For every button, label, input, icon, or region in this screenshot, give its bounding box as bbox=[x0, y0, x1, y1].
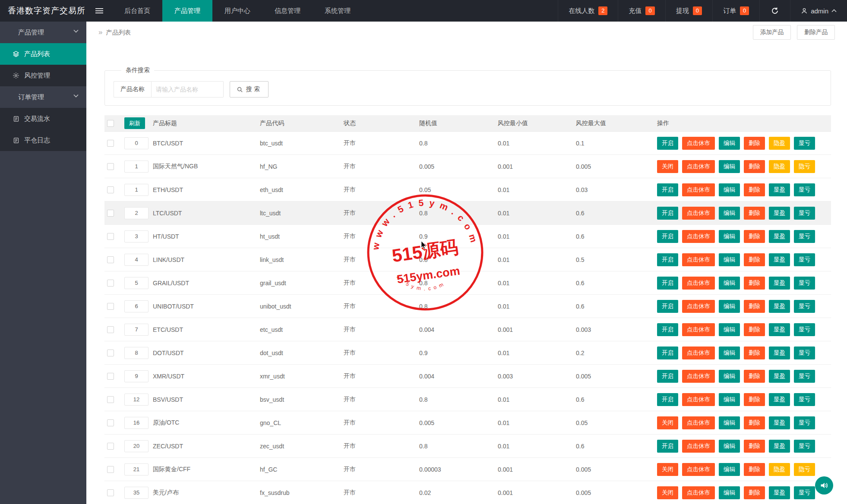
loss-toggle-button[interactable]: 显亏 bbox=[794, 440, 815, 453]
row-sort-input[interactable]: 4 bbox=[124, 254, 149, 266]
search-button[interactable]: 搜索 bbox=[230, 81, 269, 98]
profit-toggle-button[interactable]: 隐盈 bbox=[769, 160, 790, 173]
delete-button[interactable]: 删除 bbox=[744, 440, 765, 453]
loss-toggle-button[interactable]: 显亏 bbox=[794, 277, 815, 290]
row-checkbox[interactable] bbox=[107, 489, 114, 496]
row-sort-input[interactable]: 5 bbox=[124, 277, 149, 289]
edit-button[interactable]: 编辑 bbox=[719, 300, 740, 313]
profit-toggle-button[interactable]: 显盈 bbox=[769, 370, 790, 383]
close-market-button[interactable]: 点击休市 bbox=[682, 160, 715, 173]
delete-button[interactable]: 删除 bbox=[744, 346, 765, 359]
row-sort-input[interactable]: 0 bbox=[124, 137, 149, 149]
sidebar-item-close-position-log[interactable]: 平仓日志 bbox=[0, 129, 86, 151]
edit-button[interactable]: 编辑 bbox=[719, 416, 740, 429]
row-checkbox[interactable] bbox=[107, 280, 114, 287]
delete-button[interactable]: 删除 bbox=[744, 323, 765, 336]
close-market-button[interactable]: 点击休市 bbox=[682, 440, 715, 453]
edit-button[interactable]: 编辑 bbox=[719, 183, 740, 196]
profit-toggle-button[interactable]: 显盈 bbox=[769, 207, 790, 220]
delete-button[interactable]: 删除 bbox=[744, 463, 765, 476]
edit-button[interactable]: 编辑 bbox=[719, 346, 740, 359]
row-sort-input[interactable]: 8 bbox=[124, 347, 149, 359]
customer-service-fab[interactable] bbox=[815, 476, 833, 495]
loss-toggle-button[interactable]: 显亏 bbox=[794, 323, 815, 336]
edit-button[interactable]: 编辑 bbox=[719, 440, 740, 453]
row-sort-input[interactable]: 1 bbox=[124, 184, 149, 196]
row-checkbox[interactable] bbox=[107, 443, 114, 450]
edit-button[interactable]: 编辑 bbox=[719, 160, 740, 173]
toggle-market-button[interactable]: 关闭 bbox=[657, 463, 678, 476]
loss-toggle-button[interactable]: 显亏 bbox=[794, 393, 815, 406]
close-market-button[interactable]: 点击休市 bbox=[682, 300, 715, 313]
close-market-button[interactable]: 点击休市 bbox=[682, 207, 715, 220]
loss-toggle-button[interactable]: 显亏 bbox=[794, 137, 815, 150]
toggle-market-button[interactable]: 开启 bbox=[657, 277, 678, 290]
row-checkbox[interactable] bbox=[107, 233, 114, 240]
sidebar-group-order-management[interactable]: 订单管理 bbox=[0, 86, 86, 108]
edit-button[interactable]: 编辑 bbox=[719, 230, 740, 243]
loss-toggle-button[interactable]: 显亏 bbox=[794, 416, 815, 429]
profit-toggle-button[interactable]: 显盈 bbox=[769, 346, 790, 359]
row-checkbox[interactable] bbox=[107, 210, 114, 217]
loss-toggle-button[interactable]: 显亏 bbox=[794, 346, 815, 359]
row-checkbox[interactable] bbox=[107, 326, 114, 333]
row-sort-input[interactable]: 3 bbox=[124, 230, 149, 243]
toggle-market-button[interactable]: 开启 bbox=[657, 370, 678, 383]
profit-toggle-button[interactable]: 显盈 bbox=[769, 277, 790, 290]
toggle-market-button[interactable]: 开启 bbox=[657, 300, 678, 313]
profit-toggle-button[interactable]: 隐盈 bbox=[769, 137, 790, 150]
delete-product-button[interactable]: 删除产品 bbox=[797, 25, 835, 40]
row-checkbox[interactable] bbox=[107, 256, 114, 263]
edit-button[interactable]: 编辑 bbox=[719, 463, 740, 476]
toggle-market-button[interactable]: 开启 bbox=[657, 323, 678, 336]
row-sort-input[interactable]: 9 bbox=[124, 370, 149, 382]
edit-button[interactable]: 编辑 bbox=[719, 277, 740, 290]
row-sort-input[interactable]: 35 bbox=[124, 487, 149, 499]
edit-button[interactable]: 编辑 bbox=[719, 253, 740, 266]
row-checkbox[interactable] bbox=[107, 396, 114, 403]
row-sort-input[interactable]: 21 bbox=[124, 463, 149, 476]
profit-toggle-button[interactable]: 显盈 bbox=[769, 183, 790, 196]
nav-item-home[interactable]: 后台首页 bbox=[112, 0, 162, 22]
row-checkbox[interactable] bbox=[107, 140, 114, 147]
edit-button[interactable]: 编辑 bbox=[719, 137, 740, 150]
profit-toggle-button[interactable]: 显盈 bbox=[769, 230, 790, 243]
product-name-input[interactable] bbox=[151, 81, 224, 98]
delete-button[interactable]: 删除 bbox=[744, 370, 765, 383]
close-market-button[interactable]: 点击休市 bbox=[682, 486, 715, 499]
delete-button[interactable]: 删除 bbox=[744, 183, 765, 196]
delete-button[interactable]: 删除 bbox=[744, 300, 765, 313]
row-sort-input[interactable]: 7 bbox=[124, 324, 149, 336]
profit-toggle-button[interactable]: 显盈 bbox=[769, 486, 790, 499]
sidebar-item-product-list[interactable]: 产品列表 bbox=[0, 43, 86, 65]
refresh-table-button[interactable]: 刷新 bbox=[124, 117, 145, 129]
row-checkbox[interactable] bbox=[107, 373, 114, 380]
delete-button[interactable]: 删除 bbox=[744, 486, 765, 499]
toggle-market-button[interactable]: 关闭 bbox=[657, 160, 678, 173]
delete-button[interactable]: 删除 bbox=[744, 160, 765, 173]
close-market-button[interactable]: 点击休市 bbox=[682, 346, 715, 359]
toggle-market-button[interactable]: 开启 bbox=[657, 230, 678, 243]
edit-button[interactable]: 编辑 bbox=[719, 393, 740, 406]
close-market-button[interactable]: 点击休市 bbox=[682, 463, 715, 476]
user-menu[interactable]: admin bbox=[790, 0, 847, 22]
stat-orders[interactable]: 订单 0 bbox=[712, 0, 759, 22]
toggle-market-button[interactable]: 关闭 bbox=[657, 486, 678, 499]
nav-item-users[interactable]: 用户中心 bbox=[212, 0, 262, 22]
loss-toggle-button[interactable]: 隐亏 bbox=[794, 463, 815, 476]
close-market-button[interactable]: 点击休市 bbox=[682, 277, 715, 290]
toggle-market-button[interactable]: 关闭 bbox=[657, 416, 678, 429]
row-sort-input[interactable]: 1 bbox=[124, 161, 149, 173]
loss-toggle-button[interactable]: 显亏 bbox=[794, 370, 815, 383]
nav-item-info[interactable]: 信息管理 bbox=[262, 0, 313, 22]
toggle-market-button[interactable]: 开启 bbox=[657, 440, 678, 453]
toggle-market-button[interactable]: 开启 bbox=[657, 393, 678, 406]
close-market-button[interactable]: 点击休市 bbox=[682, 183, 715, 196]
close-market-button[interactable]: 点击休市 bbox=[682, 323, 715, 336]
profit-toggle-button[interactable]: 显盈 bbox=[769, 440, 790, 453]
edit-button[interactable]: 编辑 bbox=[719, 207, 740, 220]
profit-toggle-button[interactable]: 显盈 bbox=[769, 393, 790, 406]
menu-toggle-button[interactable] bbox=[86, 0, 112, 22]
loss-toggle-button[interactable]: 隐亏 bbox=[794, 160, 815, 173]
row-sort-input[interactable]: 2 bbox=[124, 207, 149, 219]
